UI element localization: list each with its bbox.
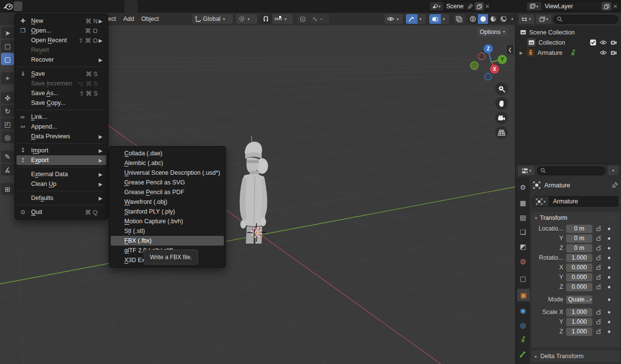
properties-editor-type-dropdown[interactable]: ▾ [518,166,535,175]
tool-button[interactable]: ▢ [1,40,14,52]
workspace-tab[interactable] [219,0,233,13]
lock-open-icon[interactable] [592,245,605,251]
tab-scene[interactable]: ◩ [517,240,529,253]
checkbox-icon[interactable] [590,39,596,46]
zoom-button[interactable] [495,83,508,95]
tab-object[interactable]: ▣ [517,289,530,301]
overlays-toggle[interactable] [429,14,441,24]
file-menu-item[interactable]: Save As... ⇧ ⌘ S ▶ [17,88,106,98]
duplicate-viewlayer-icon[interactable] [602,2,611,11]
outliner-search-input[interactable] [554,15,618,24]
outliner-row-armature[interactable]: ▶ Armature [516,48,621,58]
tab-view-layer[interactable]: ❏ [517,226,529,238]
outliner-row-scene-collection[interactable]: Scene Collection [516,27,621,37]
options-button[interactable]: Options▾ [477,27,508,36]
camera-view-button[interactable] [495,112,508,124]
workspace-tab[interactable] [206,0,219,13]
file-menu-item[interactable]: Save Incremental ⌥ ⌘ S ▶ [17,79,106,88]
gizmo-z-axis[interactable]: Z [484,44,493,53]
proportional-editing-toggle[interactable] [297,14,309,24]
tab-world[interactable]: ◍ [517,255,529,267]
file-menu-item[interactable]: Link... ▶ [17,112,106,122]
file-menu-item[interactable]: Quit ⌘ Q ▶ [17,207,106,217]
pin-icon[interactable] [467,2,474,10]
viewlayer-name[interactable]: ViewLayer [541,3,601,10]
value-field[interactable]: 1.000 [566,308,592,316]
animate-dot[interactable] [608,311,610,314]
ortho-toggle-button[interactable] [495,126,508,139]
viewlayer-icon-button[interactable]: ▾ [527,2,541,11]
tab-tool[interactable]: ⚙ [517,181,529,194]
solid-shading-icon[interactable] [478,14,488,24]
lock-open-icon[interactable] [592,284,605,290]
material-shading-icon[interactable] [488,14,498,24]
file-menu-item[interactable]: Import ▶ [17,146,106,155]
gizmo-x-axis[interactable]: X [490,65,499,74]
tab-collection[interactable]: ▢ [517,272,529,285]
pan-button[interactable] [495,97,508,110]
file-menu-item[interactable]: Data Previews ▶ [17,132,106,141]
file-menu-item[interactable]: Open Recent ⇧ ⌘ O ▶ [17,35,106,45]
workspace-tab[interactable] [233,0,247,13]
value-field[interactable]: 1.000 [566,318,592,326]
collapse-arrow[interactable]: ❮ [507,45,513,54]
export-menu-item[interactable]: Motion Capture (.bvh) [111,216,224,226]
tab-output[interactable]: ▤ [517,211,529,224]
pivot-point-dropdown[interactable]: ▾ [236,14,257,24]
export-menu-item[interactable]: Grease Pencil as PDF [111,187,224,197]
tab-object-data[interactable] [517,333,529,346]
pin-icon[interactable] [612,182,618,188]
outliner-row-collection[interactable]: Collection [516,37,621,48]
lock-open-icon[interactable] [592,265,605,270]
value-field[interactable]: 1.000 [566,328,592,336]
export-menu-item[interactable]: Stanford PLY (.ply) [111,207,224,216]
gizmo-y-axis[interactable]: Y [498,55,507,64]
eye-icon[interactable] [600,40,607,45]
file-menu-item[interactable]: Save Copy... ▶ [17,98,106,108]
transform-panel-header[interactable]: ▾ Transform :::: [531,212,620,224]
lock-open-icon[interactable] [592,235,605,241]
animate-dot[interactable] [608,331,610,333]
file-menu-item[interactable]: Append... ▶ [17,122,106,132]
scene-icon-button[interactable]: ▾ [430,2,443,11]
properties-search-input[interactable] [537,166,605,175]
overlays-dropdown[interactable]: ▾ [441,14,449,24]
tab-physics[interactable]: ◉ [517,304,529,317]
scene-name[interactable]: Scene [443,3,467,10]
file-menu-item[interactable]: External Data ▶ [17,169,106,179]
animate-dot[interactable] [608,237,610,240]
rotation-mode-dropdown[interactable]: Quate...▾ [566,296,592,304]
shading-dropdown[interactable]: ▾ [508,14,516,24]
tool-button[interactable]: ⊞ [1,183,14,195]
file-menu-item[interactable]: Recover ▶ [17,55,106,65]
animate-dot[interactable] [608,257,610,259]
snap-toggle[interactable] [260,14,272,24]
export-menu-item[interactable]: Grease Pencil as SVG [111,178,224,187]
workspace-tab[interactable] [179,0,192,13]
value-field[interactable]: 0 m [566,244,592,252]
menu-select-clipped[interactable]: ect [108,13,116,25]
transform-orientation-dropdown[interactable]: Global ▾ [192,14,233,24]
object-id-dropdown[interactable]: ▾ [533,196,549,207]
animate-dot[interactable] [608,276,610,279]
tab-constraints[interactable]: ◎ [517,319,529,331]
menu-add[interactable]: Add [123,13,134,25]
wireframe-shading-icon[interactable] [468,14,478,24]
lock-open-icon[interactable] [592,309,605,315]
file-menu-item[interactable]: Save ⌘ S ▶ [17,69,106,79]
file-menu-item[interactable]: Open... ⌘ O ▶ [17,26,106,35]
menu-object[interactable]: Object [141,13,159,25]
export-menu-item[interactable]: Universal Scene Description (.usd*) [111,168,224,178]
export-menu-item[interactable]: Alembic (.abc) [111,158,224,168]
value-field[interactable]: 0 m [566,225,592,233]
delta-transform-panel[interactable]: ▸ Delta Transform [531,350,620,362]
workspace-tab[interactable] [124,0,138,13]
rendered-shading-icon[interactable] [498,14,508,24]
tool-button[interactable]: ➤ [1,27,14,39]
gizmos-dropdown[interactable]: ▾ [418,14,426,24]
outliner-filter-dropdown[interactable]: ▾ [536,15,552,24]
export-menu-item[interactable]: Wavefront (.obj) [111,197,224,207]
value-field[interactable]: 0.000 [566,283,592,291]
export-menu-item[interactable]: Stl (.stl) [111,226,224,236]
tool-button[interactable]: ⌖ [1,72,14,84]
